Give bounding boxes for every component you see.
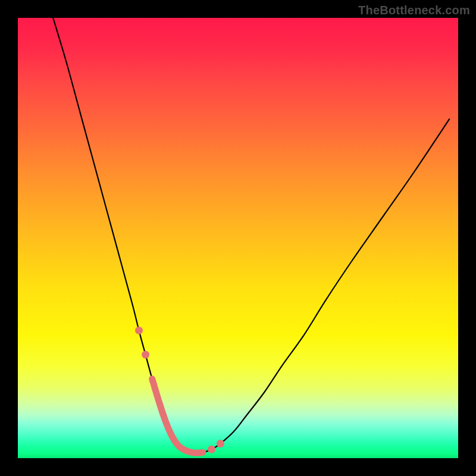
curve-marker [217, 440, 224, 447]
plot-area [18, 18, 458, 458]
curve-bottom-highlight [152, 379, 203, 453]
curve-layer [18, 18, 458, 458]
bottleneck-curve [53, 18, 449, 453]
chart-frame: TheBottleneck.com [0, 0, 476, 476]
curve-marker [208, 446, 215, 453]
curve-marker [135, 327, 143, 334]
watermark-text: TheBottleneck.com [358, 4, 470, 17]
curve-marker [142, 351, 149, 359]
